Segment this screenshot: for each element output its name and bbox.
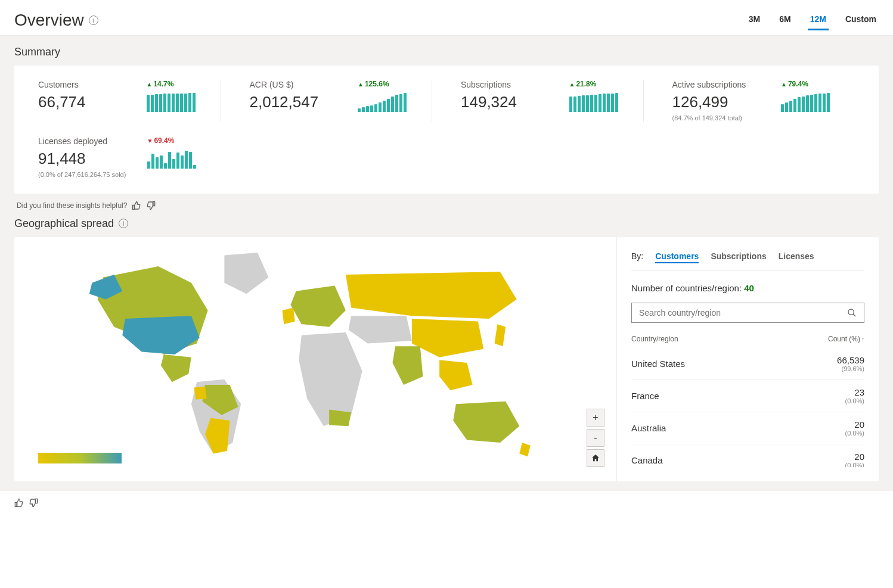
geo-title: Geographical spread i bbox=[14, 217, 879, 230]
feedback-text: Did you find these insights helpful? bbox=[17, 201, 127, 210]
table-row[interactable]: Australia20(0.0%) bbox=[631, 412, 864, 444]
metric-card: Customers66,774▲ 14.7% bbox=[38, 80, 221, 122]
metric-label: Active subscriptions bbox=[672, 80, 782, 89]
table-row[interactable]: France23(0.0%) bbox=[631, 380, 864, 412]
home-button[interactable] bbox=[587, 449, 604, 467]
metric-value: 91,448 bbox=[38, 150, 147, 168]
thumbs-down-icon[interactable] bbox=[29, 498, 38, 508]
feedback-row: Did you find these insights helpful? bbox=[14, 194, 879, 217]
metric-label: ACR (US $) bbox=[250, 80, 358, 89]
page-title-group: Overview i bbox=[14, 11, 98, 30]
world-map[interactable] bbox=[21, 244, 609, 465]
table-row[interactable]: United States66,539(99.6%) bbox=[631, 348, 864, 380]
metric-value: 66,774 bbox=[38, 93, 147, 111]
metric-label: Licenses deployed bbox=[38, 136, 147, 146]
country-count-label: Number of countries/region: bbox=[631, 283, 742, 293]
metric-card: Licenses deployed91,448(0.0% of 247,616,… bbox=[38, 136, 221, 179]
geo-panel: By: CustomersSubscriptionsLicenses Numbe… bbox=[616, 237, 879, 481]
map-area: + - bbox=[14, 237, 616, 481]
sparkline-chart bbox=[781, 93, 830, 112]
sparkline-chart bbox=[358, 93, 407, 112]
by-tab-licenses[interactable]: Licenses bbox=[779, 251, 814, 262]
home-icon bbox=[591, 453, 600, 463]
zoom-out-button[interactable]: - bbox=[587, 429, 604, 447]
thumbs-up-icon[interactable] bbox=[14, 498, 24, 508]
thumbs-up-icon[interactable] bbox=[132, 201, 141, 210]
col-count[interactable]: Count (%)↑ bbox=[828, 335, 864, 343]
geo-title-text: Geographical spread bbox=[14, 217, 114, 230]
map-legend bbox=[38, 453, 122, 463]
col-country[interactable]: Country/region bbox=[631, 335, 678, 343]
trend-indicator: ▼ 69.4% bbox=[147, 136, 175, 145]
trend-indicator: ▲ 14.7% bbox=[147, 80, 174, 88]
metric-subtext: (0.0% of 247,616,264.75 sold) bbox=[38, 170, 147, 179]
trend-indicator: ▲ 125.6% bbox=[358, 80, 389, 88]
time-range-tabs: 3M6M12MCustom bbox=[746, 10, 879, 30]
by-label: By: bbox=[631, 251, 643, 261]
page-header: Overview i 3M6M12MCustom bbox=[0, 0, 893, 36]
by-tabs-row: By: CustomersSubscriptionsLicenses bbox=[631, 251, 864, 271]
zoom-in-button[interactable]: + bbox=[587, 409, 604, 427]
search-box[interactable] bbox=[631, 303, 864, 323]
metric-subtext: (84.7% of 149,324 total) bbox=[672, 114, 782, 122]
sparkline-chart bbox=[147, 150, 196, 169]
metric-value: 149,324 bbox=[461, 93, 569, 111]
trend-indicator: ▲ 79.4% bbox=[781, 80, 808, 88]
svg-point-0 bbox=[848, 309, 854, 315]
info-icon[interactable]: i bbox=[119, 219, 128, 228]
page-title: Overview bbox=[14, 11, 84, 30]
map-controls: + - bbox=[587, 409, 604, 467]
country-name: France bbox=[631, 391, 659, 401]
sparkline-chart bbox=[569, 93, 618, 112]
geo-card: + - By: CustomersSubscriptionsLicenses N… bbox=[14, 237, 879, 481]
country-name: Canada bbox=[631, 455, 663, 465]
tab-6m[interactable]: 6M bbox=[777, 10, 793, 30]
table-row[interactable]: Canada20(0.0%) bbox=[631, 444, 864, 467]
country-name: United States bbox=[631, 359, 685, 369]
country-count-value: 40 bbox=[744, 283, 754, 293]
country-count-row: Number of countries/region: 40 bbox=[631, 283, 864, 293]
search-icon bbox=[847, 308, 857, 318]
country-table-body[interactable]: United States66,539(99.6%)France23(0.0%)… bbox=[631, 348, 864, 467]
thumbs-down-icon[interactable] bbox=[146, 201, 156, 210]
tab-12m[interactable]: 12M bbox=[808, 10, 829, 30]
tab-custom[interactable]: Custom bbox=[843, 10, 879, 30]
metric-value: 126,499 bbox=[672, 93, 782, 111]
country-count: 20(0.0%) bbox=[845, 452, 864, 467]
country-count: 20(0.0%) bbox=[845, 419, 864, 437]
table-header: Country/region Count (%)↑ bbox=[631, 330, 864, 348]
sparkline-chart bbox=[147, 93, 196, 112]
search-input[interactable] bbox=[639, 308, 847, 318]
country-name: Australia bbox=[631, 423, 666, 433]
info-icon[interactable]: i bbox=[89, 15, 98, 25]
tab-3m[interactable]: 3M bbox=[746, 10, 762, 30]
summary-title: Summary bbox=[14, 46, 879, 58]
trend-indicator: ▲ 21.8% bbox=[569, 80, 597, 88]
svg-line-1 bbox=[853, 314, 855, 316]
metric-label: Customers bbox=[38, 80, 147, 89]
country-count: 23(0.0%) bbox=[845, 387, 864, 405]
metric-card: ACR (US $)2,012,547▲ 125.6% bbox=[250, 80, 433, 122]
metric-card: Active subscriptions126,499(84.7% of 149… bbox=[672, 80, 855, 122]
by-tab-subscriptions[interactable]: Subscriptions bbox=[711, 251, 766, 262]
by-tab-customers[interactable]: Customers bbox=[655, 251, 699, 263]
metric-label: Subscriptions bbox=[461, 80, 569, 89]
content-area: Summary Customers66,774▲ 14.7%ACR (US $)… bbox=[0, 36, 893, 491]
metric-card: Subscriptions149,324▲ 21.8% bbox=[461, 80, 644, 122]
summary-card: Customers66,774▲ 14.7%ACR (US $)2,012,54… bbox=[14, 66, 879, 194]
metric-value: 2,012,547 bbox=[250, 93, 358, 111]
footer-feedback bbox=[0, 491, 893, 515]
country-count: 66,539(99.6%) bbox=[837, 355, 864, 372]
